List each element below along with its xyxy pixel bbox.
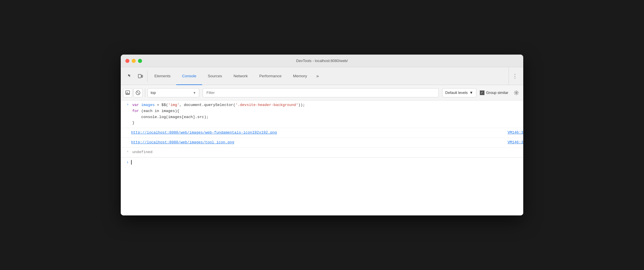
svg-rect-2 — [126, 91, 130, 94]
console-entry-code: › var images = $$('img', document.queryS… — [121, 101, 523, 128]
entry-arrow-link-2 — [121, 139, 131, 140]
tab-console[interactable]: Console — [176, 68, 202, 85]
entry-content-code: var images = $$('img', document.querySel… — [131, 102, 523, 127]
levels-selector[interactable]: Default levels ▼ — [442, 88, 476, 97]
device-toolbar-button[interactable] — [136, 72, 145, 81]
devtools-window: DevTools - localhost:8080/web/ — [121, 55, 523, 215]
levels-arrow: ▼ — [469, 90, 473, 95]
console-input-row[interactable]: › — [121, 157, 523, 167]
tab-sources[interactable]: Sources — [202, 68, 228, 85]
link-2[interactable]: http://localhost:8080/web/images/tool_ic… — [131, 140, 234, 146]
entry-arrow-link-1 — [121, 129, 131, 130]
toolbar-divider — [145, 88, 145, 97]
minimize-button[interactable] — [132, 59, 136, 63]
tab-icon-group — [123, 70, 147, 82]
tab-bar: Elements Console Sources Network Perform… — [121, 67, 523, 85]
link-1[interactable]: http://localhost:8080/web/images/web-fun… — [131, 130, 277, 136]
entry-arrow-input: › — [121, 102, 131, 107]
group-similar-checkbox[interactable]: ✓ — [480, 90, 484, 95]
tabs-overflow-button[interactable]: » — [313, 67, 322, 85]
console-entry-link-1: http://localhost:8080/web/images/web-fun… — [121, 128, 523, 138]
svg-rect-0 — [138, 74, 141, 78]
input-caret: › — [121, 160, 131, 165]
clear-console-button[interactable] — [133, 88, 143, 97]
svg-point-7 — [516, 92, 517, 93]
settings-button[interactable] — [512, 88, 521, 97]
console-entry-link-2: http://localhost:8080/web/images/tool_ic… — [121, 138, 523, 148]
window-title: DevTools - localhost:8080/web/ — [296, 59, 348, 63]
tab-memory[interactable]: Memory — [287, 68, 313, 85]
entry-content-link-2: http://localhost:8080/web/images/tool_ic… — [131, 139, 523, 146]
inspect-element-button[interactable] — [125, 72, 135, 81]
show-drawer-button[interactable] — [123, 88, 132, 97]
context-selector-arrow: ▼ — [193, 91, 196, 95]
filter-input[interactable] — [203, 88, 439, 97]
svg-marker-4 — [127, 92, 128, 93]
group-similar-label: Group similar — [486, 90, 508, 95]
traffic-lights — [125, 59, 142, 63]
maximize-button[interactable] — [138, 59, 142, 63]
code-line-1: var images = $$('img', document.querySel… — [132, 102, 522, 108]
code-line-3: console.log(images[each].src); — [132, 114, 522, 120]
group-similar-checkbox-wrapper[interactable]: ✓ Group similar — [480, 90, 508, 95]
close-button[interactable] — [125, 59, 129, 63]
group-similar-area: ✓ Group similar — [478, 90, 511, 95]
code-line-4: } — [132, 120, 522, 126]
tab-elements[interactable]: Elements — [149, 68, 176, 85]
svg-rect-1 — [142, 75, 143, 77]
main-tabs: Elements Console Sources Network Perform… — [149, 67, 509, 85]
tab-network[interactable]: Network — [228, 68, 254, 85]
entry-content-undefined: undefined — [131, 149, 523, 156]
console-toolbar: top ▼ Default levels ▼ ✓ Group similar — [121, 85, 523, 101]
devtools-more-button[interactable]: ⋮ — [509, 67, 521, 85]
entry-content-link-1: http://localhost:8080/web/images/web-fun… — [131, 129, 523, 136]
context-selector[interactable]: top ▼ — [147, 88, 199, 97]
code-line-2: for (each in images){ — [132, 108, 522, 114]
undefined-text: undefined — [132, 150, 152, 154]
svg-line-6 — [137, 92, 139, 94]
vm-ref-2[interactable]: VM146:3 — [507, 140, 523, 146]
console-entry-undefined: ‹ undefined — [121, 148, 523, 157]
svg-rect-3 — [126, 94, 130, 95]
input-cursor — [131, 160, 132, 165]
console-output: › var images = $$('img', document.queryS… — [121, 101, 523, 215]
tab-performance[interactable]: Performance — [254, 68, 287, 85]
title-bar: DevTools - localhost:8080/web/ — [121, 55, 523, 67]
entry-arrow-undefined: ‹ — [121, 149, 131, 154]
vm-ref-1[interactable]: VM146:3 — [507, 130, 523, 136]
devtools-container: Elements Console Sources Network Perform… — [121, 67, 523, 215]
